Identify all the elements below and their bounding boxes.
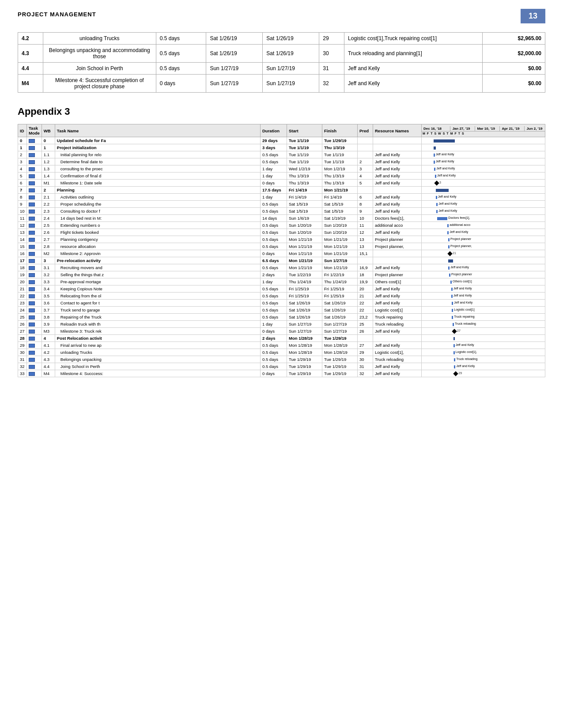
cell-gantt-finish: Sat 1/19/19: [322, 215, 358, 222]
cell-gantt-resource: Jeff and Kelly: [373, 165, 422, 173]
cell-taskname: Planning: [55, 187, 260, 194]
gantt-bar-label: Project planner,: [450, 244, 472, 248]
task-mode-icon: [29, 280, 35, 284]
cell-id: 4.2: [18, 33, 43, 45]
col-header-finish: Finish: [322, 124, 358, 137]
cell-gantt-pred: 16,9: [358, 264, 373, 271]
cell-gantt-duration: 0.5 days: [261, 229, 287, 236]
cell-gantt-chart: Truck reloading: [422, 321, 545, 328]
cell-task-icon: [27, 342, 42, 349]
task-mode-icon: [29, 294, 35, 298]
cell-gantt-finish: Fri 1/22/19: [322, 271, 358, 278]
gantt-bar-label: Doctors fees[1],: [448, 216, 470, 219]
cell-gantt-start: Sat 1/26/19: [287, 307, 322, 314]
cell-gantt-finish: Tue 1/1/19: [322, 158, 358, 165]
cell-gantt-chart: [422, 335, 545, 342]
cell-gantt-duration: 0.5 days: [261, 222, 287, 229]
cell-gantt-pred: 25: [358, 321, 373, 328]
cell-gantt-finish: Tue 1/1/19: [322, 151, 358, 158]
gantt-bar-label: Project planner: [450, 237, 471, 240]
task-mode-icon: [29, 365, 35, 369]
task-mode-icon: [29, 266, 35, 270]
cell-gantt-resource: Project planner: [373, 271, 422, 278]
cell-task-icon: [27, 264, 42, 271]
cell-taskname: Flight tickets booked: [55, 229, 260, 236]
cell-taskname: Selling the things that z: [55, 271, 260, 278]
cell-pred: 31: [319, 63, 344, 75]
cell-gantt-resource: Truck reloading: [373, 321, 422, 328]
gantt-row: 12 2.5 Extending numbers o 0.5 days Sun …: [18, 222, 545, 229]
cell-gantt-id: 25: [18, 314, 27, 321]
cell-gantt-finish: Mon 1/21/19: [322, 187, 358, 194]
task-mode-icon: [29, 217, 35, 221]
cell-wb: 3.1: [42, 264, 55, 271]
cell-wb: 3.9: [42, 321, 55, 328]
gantt-bar-label: Jeff and Kelly: [438, 202, 457, 205]
task-bar: [449, 274, 450, 277]
cell-gantt-finish: Thu 1/3/19: [322, 180, 358, 187]
cell-cost: $2,965.00: [482, 33, 545, 45]
task-mode-icon: [29, 153, 35, 157]
cell-gantt-start: Tue 1/29/19: [287, 363, 322, 370]
task-bar: [434, 154, 435, 157]
cell-wb: 1.4: [42, 173, 55, 180]
cell-gantt-resource: Jeff and Kelly: [373, 208, 422, 215]
cell-taskname: Relocating from the ol: [55, 293, 260, 300]
cell-wb: 2.1: [42, 194, 55, 201]
top-table: 4.2 unloading Trucks 0.5 days Sat 1/26/1…: [18, 32, 545, 93]
cell-gantt-id: 15: [18, 243, 27, 250]
cell-gantt-resource: Jeff and Kelly: [373, 158, 422, 165]
cell-task-icon: [27, 307, 42, 314]
gantt-bar-label: Jeff and Kelly: [456, 343, 474, 346]
cell-gantt-finish: Tue 1/29/19: [322, 137, 358, 144]
cell-gantt-pred: 21: [358, 293, 373, 300]
gantt-bar-label: Jeff and Kelly: [450, 266, 469, 269]
cell-gantt-chart: [422, 144, 545, 151]
task-bar: [448, 238, 450, 241]
cell-gantt-start: Mon 1/21/19: [287, 257, 322, 264]
cell-gantt-resource: Jeff and Kelly: [373, 151, 422, 158]
gantt-bar-label: Jeff and Kelly: [438, 195, 457, 198]
task-mode-icon: [29, 323, 35, 326]
cell-finish: Sun 1/27/19: [263, 75, 319, 93]
cell-gantt-chart: Jeff and Kelly: [422, 158, 545, 165]
cell-gantt-duration: 0.5 days: [261, 349, 287, 356]
cell-gantt-pred: 5: [358, 180, 373, 187]
cell-gantt-id: 7: [18, 187, 27, 194]
cell-wb: 2.4: [42, 215, 55, 222]
cell-gantt-pred: 27: [358, 342, 373, 349]
cell-wb: 4: [42, 335, 55, 342]
cell-gantt-start: Sun 1/20/19: [287, 222, 322, 229]
cell-gantt-pred: 31: [358, 363, 373, 370]
gantt-row: 29 4.1 Final arrival to new ap 0.5 days …: [18, 342, 545, 349]
cell-task-icon: [27, 222, 42, 229]
cell-gantt-finish: Mon 1/21/19: [322, 236, 358, 243]
cell-taskname: unloading Trucks: [55, 349, 260, 356]
cell-gantt-resource: Jeff and Kelly: [373, 363, 422, 370]
cell-gantt-duration: 1 day: [261, 165, 287, 173]
cell-gantt-pred: 19,9: [358, 278, 373, 285]
cell-gantt-chart: Logistic cost[1],: [422, 349, 545, 356]
cell-gantt-finish: Fri 1/25/19: [322, 285, 358, 293]
gantt-bar-label: Jeff and Kelly: [450, 230, 468, 233]
cell-gantt-resource: Truck repairing: [373, 314, 422, 321]
gantt-bar-label: Jeff and Kelly: [437, 174, 456, 177]
gantt-header-row: ID TaskMode WB Task Name Duration Start …: [18, 124, 545, 137]
cell-gantt-resource: Jeff and Kelly: [373, 229, 422, 236]
cell-gantt-pred: 26: [358, 328, 373, 335]
gantt-row: 31 4.3 Belongings unpacking 0.5 days Tue…: [18, 356, 545, 363]
cell-gantt-id: 9: [18, 201, 27, 208]
cell-gantt-pred: 10: [358, 215, 373, 222]
cell-taskname: consulting to the proec: [55, 165, 260, 173]
task-mode-icon: [29, 337, 35, 341]
gantt-row: 24 3.7 Truck send to garage 0.5 days Sat…: [18, 307, 545, 314]
cell-gantt-duration: 0.5 days: [261, 236, 287, 243]
page-number: 13: [521, 9, 545, 23]
gantt-row: 16 M2 Milestone 2: Approvin 0 days Mon 1…: [18, 250, 545, 257]
gantt-bar-label: Truck repairing: [454, 315, 474, 318]
gantt-row: 21 3.4 Keeping Copious Note 0.5 days Fri…: [18, 285, 545, 293]
cell-gantt-resource: Project planner: [373, 236, 422, 243]
cell-gantt-finish: Mon 1/28/19: [322, 342, 358, 349]
cell-taskname: Project initialization: [55, 144, 260, 151]
cell-gantt-resource: [373, 144, 422, 151]
